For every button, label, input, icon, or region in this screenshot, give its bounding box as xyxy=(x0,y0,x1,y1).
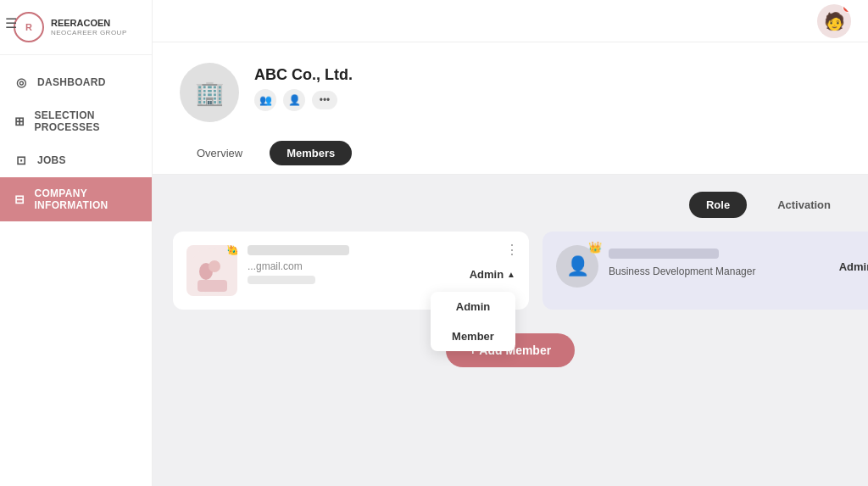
company-header: 🏢 ABC Co., Ltd. 👥 👤 ••• xyxy=(153,42,868,132)
topbar: 🧑 xyxy=(153,0,868,42)
sidebar-logo: ☰ R REERACOEN neocareer GROUP xyxy=(0,0,152,55)
member-1-avatar: 👑 xyxy=(186,245,237,296)
main-content: 🧑 🏢 ABC Co., Ltd. 👥 👤 ••• Overview Membe… xyxy=(153,0,868,486)
nav-items: ◎ Dashboard ⊞ Selection Processes ⊡ Jobs… xyxy=(0,55,152,486)
company-action-more-button[interactable]: ••• xyxy=(312,91,337,109)
logo-text: REERACOEN xyxy=(51,18,127,29)
hamburger-icon[interactable]: ☰ xyxy=(5,15,17,31)
member-card-2: ⋮ 👤 👑 Business Development Manager Admin… xyxy=(542,232,868,310)
sidebar-item-selection-processes[interactable]: ⊞ Selection Processes xyxy=(0,99,152,143)
sidebar-item-selection-processes-label: Selection Processes xyxy=(34,109,138,133)
logo-sub: neocareer GROUP xyxy=(51,29,127,36)
activation-filter-button[interactable]: Activation xyxy=(760,192,848,218)
sidebar-item-company-information[interactable]: ⊟ Company Information xyxy=(0,177,152,221)
company-info: ABC Co., Ltd. 👥 👤 ••• xyxy=(254,63,353,111)
member-2-role-label: Admin xyxy=(839,260,868,273)
sidebar: ☰ R REERACOEN neocareer GROUP ◎ Dashboar… xyxy=(0,0,153,486)
company-logo: 🏢 xyxy=(180,63,239,122)
member-card-1-body: 👑 ...gmail.com Admin ▲ Admin xyxy=(186,245,515,296)
sidebar-item-jobs-label: Jobs xyxy=(37,154,66,166)
role-option-admin[interactable]: Admin xyxy=(431,292,515,321)
member-card-2-body: 👤 👑 Business Development Manager Admin ▼ xyxy=(556,245,868,288)
member-2-details: Business Development Manager xyxy=(609,245,829,277)
member-1-role-label: Admin xyxy=(470,268,504,281)
member-2-name-blur xyxy=(609,249,719,259)
tab-overview[interactable]: Overview xyxy=(180,141,259,165)
company-action-person-icon[interactable]: 👤 xyxy=(283,89,305,111)
member-1-name-blur xyxy=(248,245,349,255)
member-2-crown-icon: 👑 xyxy=(588,241,602,254)
member-2-role-section: Admin ▼ xyxy=(839,260,868,273)
logo-icon: R xyxy=(14,12,44,42)
member-1-crown-icon: 👑 xyxy=(226,245,237,255)
company-action-users-icon[interactable]: 👥 xyxy=(254,89,276,111)
member-card-1: ⋮ 👑 xyxy=(173,232,529,310)
members-grid: ⋮ 👑 xyxy=(173,232,848,310)
notification-badge xyxy=(843,4,851,13)
member-2-title: Business Development Manager xyxy=(609,265,829,277)
member-2-avatar-wrapper: 👤 👑 xyxy=(556,245,598,288)
svg-point-2 xyxy=(209,260,220,272)
sidebar-item-company-information-label: Company Information xyxy=(34,187,138,211)
avatar-illustration: 🧑 xyxy=(824,11,845,31)
member-2-role-badge[interactable]: Admin ▼ xyxy=(839,260,868,273)
jobs-icon: ⊡ xyxy=(14,154,29,167)
selection-processes-icon: ⊞ xyxy=(14,115,25,128)
tab-members[interactable]: Members xyxy=(270,141,352,165)
members-toolbar: Role Activation xyxy=(173,192,848,218)
company-name: ABC Co., Ltd. xyxy=(254,66,353,84)
company-info-icon: ⊟ xyxy=(14,193,25,206)
sidebar-item-dashboard[interactable]: ◎ Dashboard xyxy=(0,65,152,99)
member-1-role-section: Admin ▲ Admin Member xyxy=(470,268,515,281)
member-card-1-menu-icon[interactable]: ⋮ xyxy=(505,242,519,258)
role-option-member[interactable]: Member xyxy=(431,321,515,351)
role-filter-button[interactable]: Role xyxy=(689,192,747,218)
member-1-role-arrow-icon: ▲ xyxy=(507,270,515,279)
member-1-email: ...gmail.com xyxy=(248,260,459,272)
dashboard-icon: ◎ xyxy=(14,75,29,89)
member-1-role-dropdown: Admin Member xyxy=(431,292,515,351)
member-1-subtitle-blur xyxy=(248,276,315,284)
member-1-details: ...gmail.com xyxy=(248,245,459,284)
svg-rect-3 xyxy=(198,280,227,292)
sidebar-item-dashboard-label: Dashboard xyxy=(37,76,106,88)
company-actions: 👥 👤 ••• xyxy=(254,89,353,111)
tabs-bar: Overview Members xyxy=(153,132,868,175)
member-1-role-badge[interactable]: Admin ▲ Admin Member xyxy=(470,268,515,281)
user-avatar-button[interactable]: 🧑 xyxy=(817,4,851,38)
sidebar-item-jobs[interactable]: ⊡ Jobs xyxy=(0,143,152,177)
members-content: Role Activation ⋮ xyxy=(153,175,868,486)
